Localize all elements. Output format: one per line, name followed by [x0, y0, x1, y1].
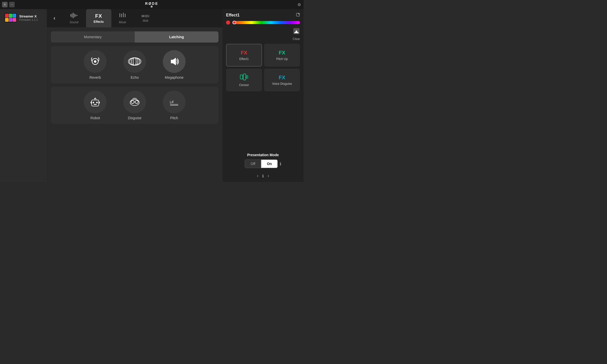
clear-button[interactable]: Clear	[293, 28, 300, 41]
fx-area: Momentary Latching	[47, 27, 222, 182]
effect-megaphone[interactable]: Megaphone	[156, 50, 192, 79]
svg-point-31	[135, 100, 138, 104]
clear-icon	[293, 28, 300, 36]
effect-card-censor[interactable]: Censor	[226, 69, 262, 91]
svg-rect-13	[125, 14, 126, 15]
icon-cell-1	[5, 14, 9, 18]
prev-page-button[interactable]: ‹	[257, 173, 258, 178]
svg-rect-1	[72, 13, 72, 17]
fx-teal-label: FX	[279, 75, 285, 80]
effect-echo[interactable]: Echo	[117, 50, 152, 79]
color-slider-row	[226, 21, 300, 25]
svg-rect-27	[91, 102, 92, 104]
device-icon-grid	[5, 13, 17, 22]
export-button[interactable]	[296, 13, 300, 17]
svg-rect-28	[99, 102, 100, 104]
effect-pitch[interactable]: ♭♯ Pitch	[156, 91, 192, 120]
pitch-label: Pitch	[170, 116, 178, 120]
disguise-icon-circle	[123, 91, 146, 113]
nav-tabs: ‹ Sound FX Effects	[47, 9, 222, 27]
effect-title: Effect1	[226, 13, 239, 17]
tab-effects[interactable]: FX Effects	[86, 9, 111, 27]
color-slider-thumb	[233, 21, 236, 24]
fx-red-label: FX	[241, 50, 247, 56]
device-firmware: Firmware 1.1.1	[19, 18, 38, 21]
svg-rect-10	[123, 14, 124, 17]
rode-logo-dot	[151, 6, 153, 8]
device-info: Streamer X Firmware 1.1.1	[19, 14, 38, 21]
svg-rect-23	[94, 104, 97, 105]
main-layout: Streamer X Firmware 1.1.1 ‹	[0, 9, 304, 182]
robot-label: Robot	[90, 116, 100, 120]
megaphone-label: Megaphone	[165, 75, 184, 79]
next-page-button[interactable]: ›	[268, 173, 269, 178]
tab-midi[interactable]: MIDI Midi	[134, 9, 157, 27]
midi-icon: MIDI	[141, 14, 149, 18]
censor-icon	[240, 73, 248, 82]
fx-icon: FX	[95, 13, 102, 19]
svg-rect-0	[70, 14, 71, 17]
effect-robot[interactable]: Robot	[77, 91, 113, 120]
effect-cards: FX Effect1 FX Pitch Up Censor FX	[226, 44, 300, 91]
device-item[interactable]: Streamer X Firmware 1.1.1	[3, 12, 44, 24]
svg-point-21	[93, 102, 94, 103]
svg-point-16	[133, 58, 136, 65]
clear-label: Clear	[293, 37, 300, 41]
color-slider-track[interactable]	[232, 21, 300, 24]
tab-sound[interactable]: Sound	[62, 9, 86, 27]
fx-green-label: FX	[279, 50, 285, 56]
back-button[interactable]: ‹	[47, 9, 62, 27]
effects-row-2: Robot	[51, 87, 218, 124]
reverb-icon-circle	[84, 50, 107, 73]
effects-row-1: Reverb Echo	[51, 46, 218, 84]
svg-rect-40	[243, 74, 246, 80]
presentation-on-button[interactable]: On	[261, 159, 277, 168]
titlebar: ✕ − RØDE ⚙	[0, 0, 304, 9]
svg-text:♭♯: ♭♯	[170, 99, 174, 105]
svg-point-17	[131, 58, 138, 65]
effect-card-effect1[interactable]: FX Effect1	[226, 44, 262, 67]
svg-point-19	[128, 58, 141, 65]
svg-rect-20	[92, 100, 99, 106]
pagination: ‹ 1 ›	[226, 173, 300, 178]
device-name: Streamer X	[19, 14, 38, 18]
svg-rect-3	[74, 14, 75, 17]
momentary-button[interactable]: Momentary	[51, 31, 135, 43]
sidebar: Streamer X Firmware 1.1.1	[0, 9, 47, 182]
icon-cell-6	[13, 18, 16, 22]
device-icon	[5, 13, 17, 22]
effect-card-voicedisguise[interactable]: FX Voice Disguise	[264, 69, 300, 91]
svg-rect-4	[75, 14, 76, 16]
echo-icon-circle	[123, 50, 146, 73]
minimize-button[interactable]: −	[9, 2, 15, 7]
disguise-label: Disguise	[128, 116, 141, 120]
presentation-mode-section: Presentation Mode Off On ℹ	[226, 153, 300, 168]
presentation-info-button[interactable]: ℹ	[280, 161, 281, 166]
icon-cell-3	[13, 14, 16, 18]
icon-cell-2	[9, 14, 12, 18]
svg-rect-5	[77, 15, 77, 16]
svg-rect-2	[73, 13, 74, 18]
close-button[interactable]: ✕	[2, 2, 8, 7]
content-area: ‹ Sound FX Effects	[47, 9, 222, 182]
svg-rect-38	[294, 32, 299, 33]
svg-rect-7	[119, 13, 120, 14]
tab-sound-label: Sound	[70, 21, 78, 24]
icon-cell-4	[5, 18, 9, 22]
effects-grid: Reverb Echo	[51, 46, 218, 124]
tab-mixer[interactable]: Mixer	[111, 9, 134, 27]
effect-reverb[interactable]: Reverb	[77, 50, 113, 79]
color-indicator	[226, 21, 230, 25]
mode-toggle: Momentary Latching	[51, 31, 218, 43]
icon-cell-5	[9, 18, 12, 22]
censor-sublabel: Censor	[239, 83, 249, 87]
presentation-btns: Off On	[245, 159, 278, 168]
effect-card-pitchup[interactable]: FX Pitch Up	[264, 44, 300, 67]
effect1-sublabel: Effect1	[239, 57, 249, 61]
presentation-off-button[interactable]: Off	[245, 159, 261, 168]
presentation-btns-row: Off On ℹ	[226, 159, 300, 168]
latching-button[interactable]: Latching	[135, 31, 218, 43]
effect-disguise[interactable]: Disguise	[117, 91, 152, 120]
settings-button[interactable]: ⚙	[297, 2, 301, 7]
tab-effects-label: Effects	[94, 20, 104, 24]
